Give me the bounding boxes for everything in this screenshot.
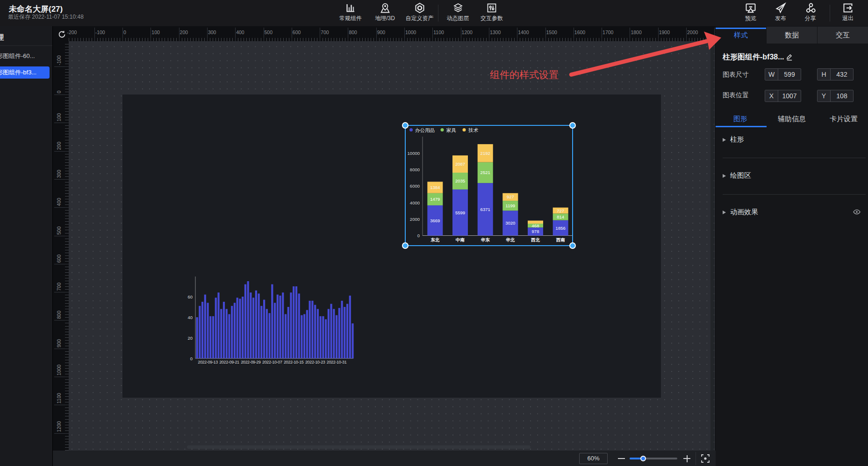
svg-text:6371: 6371 [481, 207, 490, 212]
svg-text:10000: 10000 [408, 151, 420, 156]
svg-text:1479: 1479 [430, 197, 440, 202]
svg-text:468: 468 [532, 223, 539, 228]
svg-text:40: 40 [187, 315, 193, 320]
svg-text:1856: 1856 [556, 226, 566, 231]
svg-text:2022-10-23: 2022-10-23 [305, 360, 325, 364]
svg-text:中南: 中南 [456, 237, 465, 242]
svg-text:2022-09-13: 2022-09-13 [198, 360, 218, 364]
svg-text:2087: 2087 [455, 161, 465, 167]
svg-text:927: 927 [507, 194, 514, 199]
svg-text:4000: 4000 [410, 200, 420, 205]
svg-text:1199: 1199 [506, 203, 515, 208]
svg-text:西南: 西南 [556, 237, 566, 242]
svg-text:技术: 技术 [468, 127, 479, 133]
svg-text:2000: 2000 [410, 217, 420, 222]
svg-text:60: 60 [187, 294, 193, 299]
svg-text:0: 0 [190, 356, 193, 361]
svg-text:2035: 2035 [455, 178, 465, 183]
svg-text:华东: 华东 [481, 237, 490, 242]
svg-text:20: 20 [187, 335, 193, 341]
svg-text:2022-10-31: 2022-10-31 [327, 360, 347, 364]
svg-text:3669: 3669 [430, 218, 440, 223]
svg-text:2022-09-29: 2022-09-29 [241, 360, 261, 364]
svg-text:2192: 2192 [481, 151, 490, 156]
svg-text:东北: 东北 [430, 237, 440, 242]
svg-text:办公用品: 办公用品 [415, 127, 435, 133]
svg-text:华北: 华北 [505, 237, 515, 242]
svg-text:西北: 西北 [531, 237, 540, 242]
svg-text:0: 0 [417, 233, 420, 238]
svg-text:814: 814 [557, 214, 564, 219]
svg-text:1384: 1384 [430, 185, 440, 190]
svg-text:727: 727 [557, 208, 564, 213]
svg-text:3020: 3020 [505, 220, 515, 226]
svg-text:2521: 2521 [481, 170, 490, 175]
svg-text:2022-09-21: 2022-09-21 [219, 360, 239, 364]
svg-text:5599: 5599 [455, 210, 465, 215]
svg-text:家具: 家具 [446, 127, 457, 133]
svg-text:2022-10-15: 2022-10-15 [284, 360, 304, 364]
svg-text:2022-10-07: 2022-10-07 [262, 360, 282, 364]
svg-text:8000: 8000 [410, 167, 420, 172]
svg-text:6000: 6000 [410, 183, 420, 189]
svg-text:978: 978 [532, 229, 539, 234]
